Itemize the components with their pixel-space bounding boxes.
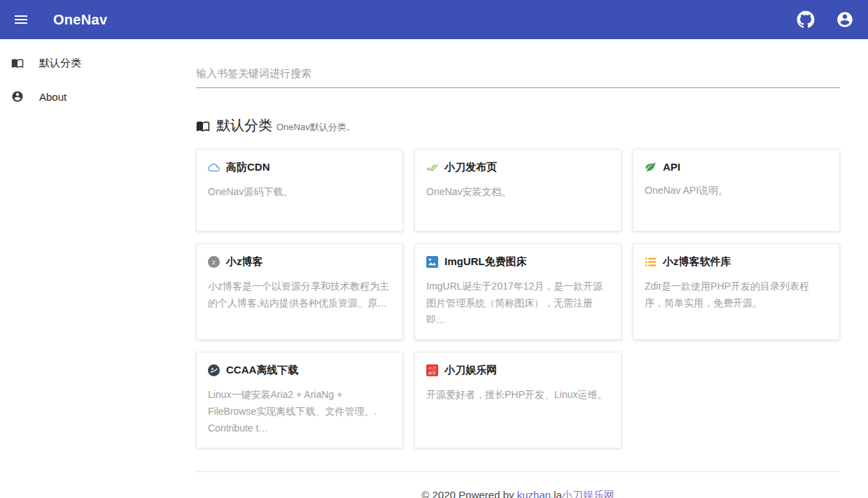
card-header: 小刀娱乐 小刀娱乐网 [426,364,610,377]
card-description: OneNav API说明。 [645,182,828,199]
card-header: API [645,161,828,173]
card-grid: 高防CDN OneNav源码下载。 小刀发布页 OneNav安装文档。 API … [196,149,840,448]
section-subtitle: OneNav默认分类。 [276,121,356,135]
card-description: OneNav源码下载。 [208,183,391,200]
card-header: z 小z博客 [208,255,391,269]
github-icon [797,10,815,29]
card-description: ImgURL诞生于2017年12月，是一款开源图片管理系统（简称图床），无需注册… [426,278,610,328]
book-icon [11,57,24,69]
account-button[interactable] [832,6,858,33]
bookmark-card[interactable]: 小刀发布页 OneNav安装文档。 [414,149,622,232]
search-bar [196,62,840,88]
card-title: CCAA离线下载 [226,364,298,377]
card-description: OneNav安装文档。 [426,183,610,200]
bookmark-card[interactable]: 小z博客软件库 Zdir是一款使用PHP开发的目录列表程序，简单实用，免费开源。 [633,243,840,340]
card-description: 开源爱好者，擅长PHP开发、Linux运维。 [426,386,610,403]
bookmark-card[interactable]: 小刀娱乐 小刀娱乐网 开源爱好者，擅长PHP开发、Linux运维。 [414,352,622,448]
footer-divider [196,471,840,472]
menu-button[interactable] [8,7,34,32]
card-title: 小刀娱乐网 [444,364,497,377]
footer-link-kuzhan[interactable]: kuzhan [517,489,550,498]
check-icon [426,162,438,173]
footer-link-xiaodao[interactable]: 小刀娱乐网 [562,489,615,498]
leaf-icon [645,161,657,173]
globe-icon [208,364,220,376]
section-title: 默认分类 [216,116,272,135]
card-title: API [663,161,680,173]
footer-copyright: © 2020 Powered by [421,489,517,498]
footer: © 2020 Powered by kuzhan.la小刀娱乐网 [196,489,840,498]
card-header: 小刀发布页 [426,161,610,174]
card-header: 高防CDN [208,161,391,174]
card-title: ImgURL免费图床 [444,255,527,269]
sidebar-item-about[interactable]: About [0,80,161,113]
hamburger-icon [13,11,29,28]
bookmark-card[interactable]: z 小z博客 小z博客是一个以资源分享和技术教程为主的个人博客,站内提供各种优质… [196,243,403,340]
svg-text:z: z [212,258,216,266]
search-input[interactable] [196,62,840,88]
main-content: 默认分类 OneNav默认分类。 高防CDN OneNav源码下载。 小刀发布页… [196,39,840,498]
card-description: Linux一键安装Aria2 + AriaNg + FileBrowse实现离线… [208,386,391,436]
card-title: 小z博客 [226,255,263,269]
sidebar-item-label: 默认分类 [39,57,81,70]
list-icon [645,256,657,268]
svg-text:娱乐: 娱乐 [428,371,437,375]
card-header: 小z博客软件库 [645,255,828,269]
card-header: ImgURL免费图床 [426,255,610,269]
bookmark-card[interactable]: 高防CDN OneNav源码下载。 [196,149,403,232]
bookmark-card[interactable]: ImgURL免费图床 ImgURL诞生于2017年12月，是一款开源图片管理系统… [414,243,622,340]
app-title: OneNav [53,12,107,28]
github-button[interactable] [792,6,819,33]
sidebar: 默认分类 About [0,39,161,498]
navbar-actions [792,6,858,33]
sidebar-item-label: About [39,91,66,103]
footer-domain-suffix: .la [551,489,562,498]
card-header: CCAA离线下载 [208,364,391,377]
navbar: OneNav [0,0,868,39]
card-description: Zdir是一款使用PHP开发的目录列表程序，简单实用，免费开源。 [645,278,828,311]
card-description: 小z博客是一个以资源分享和技术教程为主的个人博客,站内提供各种优质资源、原… [208,278,391,311]
category-header: 默认分类 OneNav默认分类。 [196,116,840,135]
sidebar-item-default-category[interactable]: 默认分类 [0,46,161,80]
site-badge-icon: 小刀娱乐 [426,364,438,376]
cloud-icon [208,162,220,173]
book-icon [196,119,210,133]
person-icon [11,90,24,103]
bookmark-card[interactable]: CCAA离线下载 Linux一键安装Aria2 + AriaNg + FileB… [196,352,403,448]
card-title: 高防CDN [226,161,270,174]
image-icon [426,256,438,268]
account-icon [836,10,854,29]
z-avatar-icon: z [208,256,220,268]
card-title: 小z博客软件库 [663,255,732,269]
bookmark-card[interactable]: API OneNav API说明。 [633,149,840,232]
card-title: 小刀发布页 [444,161,497,174]
